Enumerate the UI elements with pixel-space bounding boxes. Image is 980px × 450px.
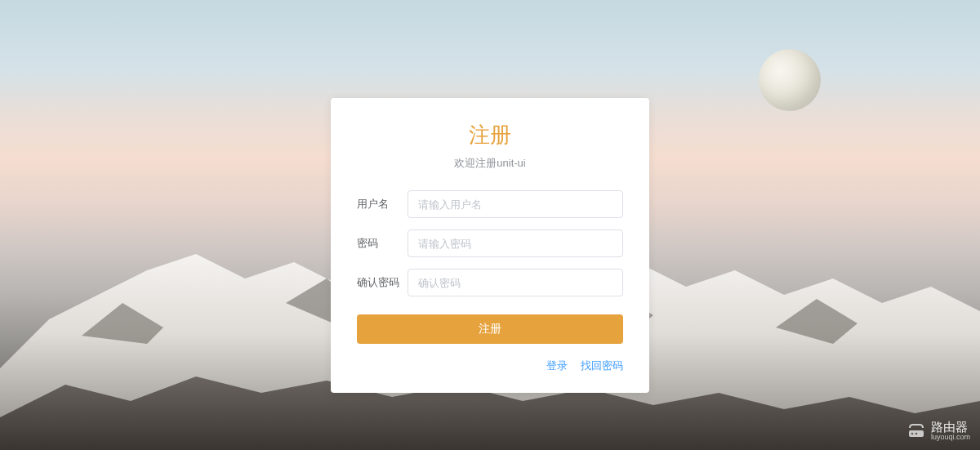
register-card: 注册 欢迎注册unit-ui 用户名 密码 确认密码 注册 登录 找回密码 — [331, 98, 649, 393]
moon-decoration — [759, 49, 821, 111]
confirm-password-row: 确认密码 — [357, 269, 623, 296]
confirm-password-label: 确认密码 — [357, 275, 408, 290]
password-label: 密码 — [357, 236, 408, 251]
router-icon — [906, 421, 926, 441]
username-input[interactable] — [408, 190, 623, 218]
username-row: 用户名 — [357, 190, 623, 218]
watermark-url: luyouqi.com — [931, 434, 970, 442]
watermark-text: 路由器 luyouqi.com — [931, 421, 970, 442]
username-label: 用户名 — [357, 197, 408, 212]
confirm-password-input[interactable] — [408, 269, 623, 296]
password-input[interactable] — [408, 229, 623, 257]
card-links: 登录 找回密码 — [357, 359, 623, 373]
login-link[interactable]: 登录 — [546, 359, 568, 373]
svg-point-1 — [911, 432, 914, 434]
forgot-password-link[interactable]: 找回密码 — [581, 359, 623, 373]
watermark-title: 路由器 — [931, 421, 970, 434]
password-row: 密码 — [357, 229, 623, 257]
watermark: 路由器 luyouqi.com — [906, 421, 970, 442]
card-subtitle: 欢迎注册unit-ui — [357, 156, 623, 171]
card-title: 注册 — [357, 121, 623, 149]
svg-point-2 — [915, 432, 918, 434]
register-button[interactable]: 注册 — [357, 314, 623, 344]
